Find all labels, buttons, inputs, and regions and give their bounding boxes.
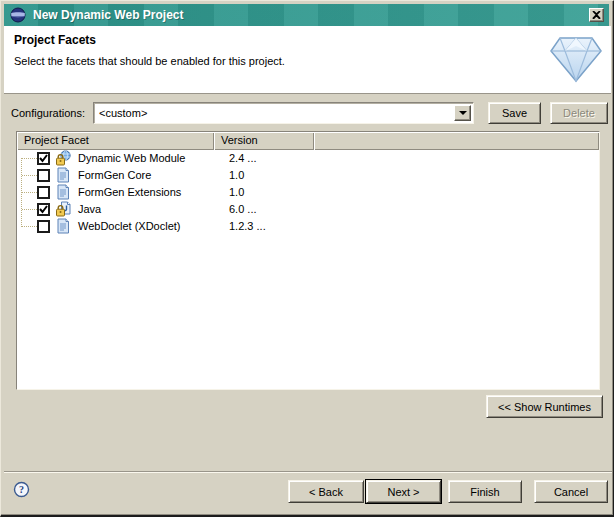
combobox-dropdown-button[interactable] xyxy=(454,105,471,121)
facet-checkbox[interactable] xyxy=(37,152,50,165)
table-header: Project Facet Version xyxy=(17,132,599,150)
configurations-value: <custom> xyxy=(99,107,147,119)
column-header-project-facet[interactable]: Project Facet xyxy=(17,132,214,150)
document-icon xyxy=(55,167,71,183)
table-rows: Dynamic Web Module 2.4 ... FormGen Core … xyxy=(17,150,599,389)
column-header-version[interactable]: Version xyxy=(214,132,314,150)
back-button[interactable]: < Back xyxy=(288,480,364,503)
diamond-icon xyxy=(548,32,604,86)
tree-line xyxy=(22,192,37,193)
next-button[interactable]: Next > xyxy=(366,480,441,503)
table-row[interactable]: WebDoclet (XDoclet) 1.2.3 ... xyxy=(17,218,599,235)
close-icon xyxy=(592,11,601,19)
show-runtimes-button[interactable]: << Show Runtimes xyxy=(486,395,603,418)
delete-button: Delete xyxy=(550,102,608,124)
facet-name: FormGen Core xyxy=(78,169,151,181)
facet-version[interactable]: 6.0 ... xyxy=(229,203,257,215)
window-title: New Dynamic Web Project xyxy=(33,8,184,22)
facet-name: Dynamic Web Module xyxy=(78,152,185,164)
facet-version[interactable]: 1.0 xyxy=(229,186,244,198)
help-icon: ? xyxy=(13,481,30,498)
tree-line xyxy=(22,158,37,159)
project-facets-table[interactable]: Project Facet Version Dynamic Web Module… xyxy=(16,131,600,390)
table-row[interactable]: FormGen Extensions 1.0 xyxy=(17,184,599,201)
svg-text:?: ? xyxy=(19,484,24,495)
column-header-empty xyxy=(314,132,599,150)
titlebar[interactable]: New Dynamic Web Project xyxy=(4,4,609,26)
facet-version[interactable]: 1.0 xyxy=(229,169,244,181)
configurations-label: Configurations: xyxy=(11,107,85,119)
table-row[interactable]: Java 6.0 ... xyxy=(17,201,599,218)
tree-line xyxy=(22,175,37,176)
facet-checkbox[interactable] xyxy=(37,203,50,216)
facet-name: FormGen Extensions xyxy=(78,186,181,198)
footer-separator xyxy=(4,471,612,473)
document-icon xyxy=(55,184,71,200)
tree-line xyxy=(22,209,37,210)
new-dynamic-web-project-dialog: New Dynamic Web Project Project Facets S… xyxy=(0,0,614,517)
configurations-combobox[interactable]: <custom> xyxy=(93,102,474,124)
web-module-icon xyxy=(55,150,71,166)
facet-version[interactable]: 1.2.3 ... xyxy=(229,220,266,232)
facet-version[interactable]: 2.4 ... xyxy=(229,152,257,164)
finish-button[interactable]: Finish xyxy=(448,480,522,503)
facet-name: Java xyxy=(78,203,101,215)
close-button[interactable] xyxy=(589,8,604,22)
wizard-banner: Project Facets Select the facets that sh… xyxy=(4,26,611,94)
facet-checkbox[interactable] xyxy=(37,169,50,182)
chevron-down-icon xyxy=(459,111,467,115)
save-button[interactable]: Save xyxy=(488,102,541,124)
document-icon xyxy=(55,218,71,234)
page-subtitle: Select the facets that should be enabled… xyxy=(14,55,285,67)
eclipse-logo-icon xyxy=(10,7,26,23)
table-row[interactable]: FormGen Core 1.0 xyxy=(17,167,599,184)
table-row[interactable]: Dynamic Web Module 2.4 ... xyxy=(17,150,599,167)
cancel-button[interactable]: Cancel xyxy=(534,480,608,503)
facet-checkbox[interactable] xyxy=(37,220,50,233)
tree-line xyxy=(22,226,37,227)
java-icon xyxy=(55,201,71,217)
help-button[interactable]: ? xyxy=(13,481,30,498)
page-title: Project Facets xyxy=(14,33,96,47)
facet-checkbox[interactable] xyxy=(37,186,50,199)
facet-name: WebDoclet (XDoclet) xyxy=(78,220,181,232)
